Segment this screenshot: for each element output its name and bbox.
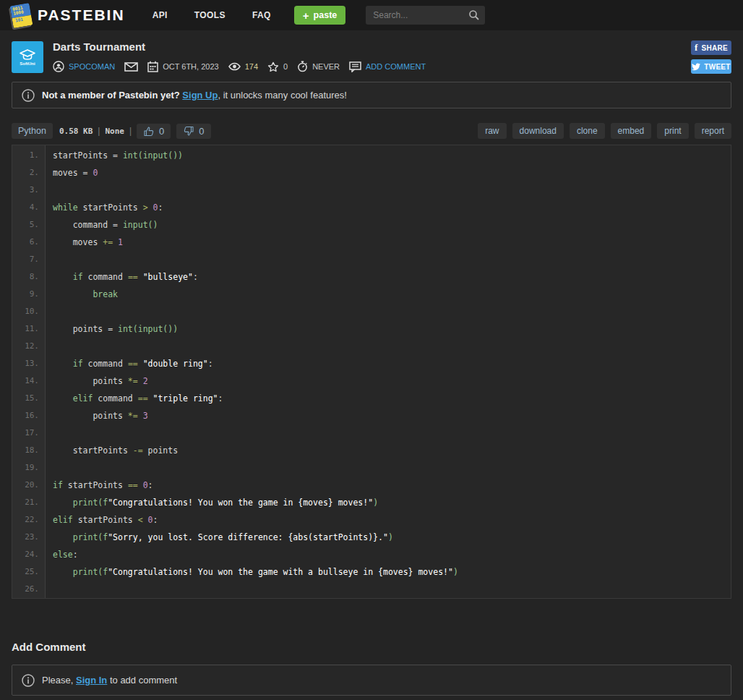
sign-up-link[interactable]: Sign Up <box>182 90 218 101</box>
nav-link-tools[interactable]: TOOLS <box>194 10 226 20</box>
code-line: points *= 2 <box>53 372 731 390</box>
star-icon[interactable] <box>267 61 279 72</box>
brand-text: PASTEBIN <box>38 7 125 24</box>
code-line: if command == "double ring": <box>53 355 731 372</box>
code-line: print(f"Sorry, you lost. Score differenc… <box>53 529 731 546</box>
code-lines: startPoints = int(input())moves = 0 whil… <box>46 145 731 598</box>
graduation-cap-icon <box>19 49 36 61</box>
envelope-icon <box>124 62 138 72</box>
stopwatch-icon <box>297 61 308 72</box>
sign-in-link[interactable]: Sign In <box>76 675 107 686</box>
language-chip[interactable]: Python <box>12 123 53 139</box>
comment-bubble-icon <box>349 61 361 72</box>
notice-text: Not a member of Pastebin yet? Sign Up, i… <box>42 90 347 101</box>
code-line: print(f"Congratulations! You won the gam… <box>53 494 731 511</box>
code-line: elif startPoints < 0: <box>53 511 731 529</box>
thumbs-up-icon <box>143 126 155 137</box>
expires-item: NEVER <box>297 61 340 72</box>
code-line: moves = 0 <box>53 164 731 182</box>
info-icon <box>22 674 35 687</box>
facebook-icon: f <box>695 42 698 54</box>
eye-icon <box>228 61 241 72</box>
code-line: command = input() <box>53 216 731 234</box>
paste-meta: SPOCOMAN OCT 6TH, 2023 174 0 <box>53 61 426 72</box>
signin-suffix: to add comment <box>107 675 177 686</box>
expire-value: None <box>105 127 124 136</box>
tweet-label: TWEET <box>704 63 731 71</box>
paste-size: 0.58 KB <box>59 127 93 136</box>
code-line: startPoints = int(input()) <box>53 147 731 164</box>
search-box <box>366 6 485 25</box>
code-line: break <box>53 286 731 303</box>
author-item: SPOCOMAN <box>53 61 115 72</box>
signup-notice: Not a member of Pastebin yet? Sign Up, i… <box>12 82 731 108</box>
line-numbers: 1.2.3.4.5.6.7.8.9.10.11.12.13.14.15.16.1… <box>12 145 46 598</box>
calendar-icon <box>147 61 158 72</box>
author-link[interactable]: SPOCOMAN <box>69 62 115 71</box>
code-line <box>53 338 731 355</box>
new-paste-label: paste <box>314 10 338 20</box>
views-item: 174 <box>228 61 258 72</box>
code-line: if command == "bullseye": <box>53 268 731 286</box>
code-line <box>53 303 731 320</box>
dislike-button[interactable]: 0 <box>176 124 210 139</box>
report-button[interactable]: report <box>695 123 731 139</box>
user-icon <box>53 61 64 72</box>
avatar[interactable]: SoftUni <box>12 41 43 73</box>
signin-text: Please, Sign In to add comment <box>42 675 177 686</box>
separator: | <box>129 126 132 136</box>
share-label: SHARE <box>702 44 729 52</box>
avatar-label: SoftUni <box>20 61 35 66</box>
signin-prefix: Please, <box>42 675 76 686</box>
new-paste-button[interactable]: + paste <box>294 6 345 25</box>
notice-bold: Not a member of Pastebin yet? <box>42 90 180 101</box>
code-line: elif command == "triple ring": <box>53 390 731 407</box>
paste-date: OCT 6TH, 2023 <box>163 62 218 71</box>
embed-button[interactable]: embed <box>611 123 652 139</box>
like-button[interactable]: 0 <box>137 124 171 139</box>
paste-actions: raw download clone embed print report <box>478 123 731 139</box>
top-navbar: 0011 1000 101 PASTEBIN API TOOLS FAQ + p… <box>0 0 743 30</box>
nav-link-faq[interactable]: FAQ <box>252 10 271 20</box>
add-comment-item[interactable]: ADD COMMENT <box>349 61 426 72</box>
message-item[interactable] <box>124 62 138 72</box>
code-viewer: 1.2.3.4.5.6.7.8.9.10.11.12.13.14.15.16.1… <box>12 145 731 599</box>
code-line: moves += 1 <box>53 234 731 251</box>
download-button[interactable]: download <box>512 123 564 139</box>
main-nav: API TOOLS FAQ <box>153 10 271 20</box>
search-icon[interactable] <box>468 9 480 21</box>
like-count: 0 <box>159 126 164 137</box>
print-button[interactable]: print <box>657 123 688 139</box>
code-line: if startPoints == 0: <box>53 477 731 494</box>
pastebin-logo[interactable]: 0011 1000 101 PASTEBIN <box>12 4 125 27</box>
code-line: startPoints -= points <box>53 442 731 459</box>
twitter-tweet-button[interactable]: TWEET <box>691 59 731 74</box>
page-title: Darts Tournament <box>53 40 145 53</box>
code-toolbar: Python 0.58 KB | None | 0 0 raw download… <box>12 121 731 141</box>
code-line: while startPoints > 0: <box>53 199 731 216</box>
star-item: 0 <box>267 61 288 72</box>
date-item: OCT 6TH, 2023 <box>147 61 218 72</box>
thumbs-down-icon <box>183 126 194 137</box>
code-line <box>53 251 731 268</box>
code-line <box>53 581 731 598</box>
info-icon <box>22 89 35 102</box>
twitter-icon <box>692 62 700 71</box>
notice-rest: , it unlocks many cool features! <box>218 90 346 101</box>
code-line: points = int(input()) <box>53 320 731 338</box>
add-comment-heading: Add Comment <box>12 641 86 653</box>
star-count: 0 <box>283 62 288 71</box>
signin-notice: Please, Sign In to add comment <box>12 665 731 696</box>
add-comment-link[interactable]: ADD COMMENT <box>366 62 426 71</box>
facebook-share-button[interactable]: f SHARE <box>691 40 731 55</box>
search-input[interactable] <box>366 6 485 25</box>
views-count: 174 <box>245 62 258 71</box>
code-line <box>53 424 731 442</box>
raw-button[interactable]: raw <box>478 123 506 139</box>
pastebin-logo-icon: 0011 1000 101 <box>10 2 33 27</box>
expires-value: NEVER <box>312 62 340 71</box>
clone-button[interactable]: clone <box>570 123 605 139</box>
code-line: else: <box>53 546 731 563</box>
nav-link-api[interactable]: API <box>153 10 168 20</box>
code-line: points *= 3 <box>53 407 731 424</box>
